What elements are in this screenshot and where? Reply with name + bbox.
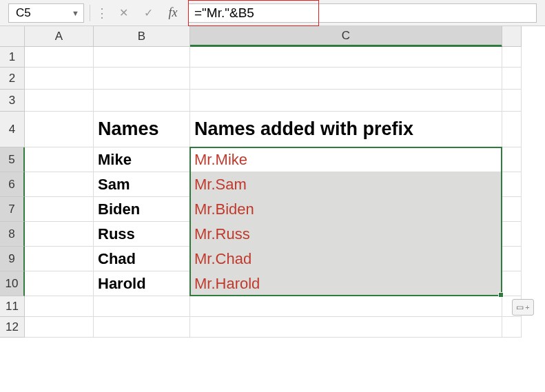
cell-edge9 [502, 247, 522, 271]
cell-edge3 [502, 90, 522, 112]
close-icon: ✕ [119, 6, 128, 19]
grid: A B C 1 2 3 4 Names Names added with pre… [0, 26, 522, 338]
row-header-10[interactable]: 10 [0, 271, 25, 296]
autofill-options-button[interactable]: ▭+ [512, 299, 534, 316]
formula-text: ="Mr."&B5 [194, 6, 254, 21]
cell-A6[interactable] [25, 172, 94, 197]
cell-C4[interactable]: Names added with prefix [190, 112, 502, 147]
cell-C6[interactable]: Mr.Sam [190, 172, 502, 197]
cell-edge10 [502, 271, 522, 296]
cell-C11[interactable] [190, 296, 502, 317]
cell-edge6 [502, 172, 522, 197]
cell-edge8 [502, 222, 522, 247]
more-icon: ⋮ [96, 6, 108, 21]
plus-icon: + [525, 303, 529, 311]
row-header-1[interactable]: 1 [0, 47, 25, 68]
cell-C3[interactable] [190, 90, 502, 112]
col-header-A[interactable]: A [25, 26, 94, 47]
cell-A11[interactable] [25, 296, 94, 317]
cell-A7[interactable] [25, 197, 94, 222]
col-header-edge [502, 26, 522, 47]
cell-C7[interactable]: Mr.Biden [190, 197, 502, 222]
cell-B7[interactable]: Biden [94, 197, 190, 222]
cell-edge2 [502, 68, 522, 90]
row-header-7[interactable]: 7 [0, 197, 25, 222]
row-header-12[interactable]: 12 [0, 317, 25, 338]
row-header-8[interactable]: 8 [0, 222, 25, 247]
cell-B1[interactable] [94, 47, 190, 68]
select-all-corner[interactable] [0, 26, 25, 47]
row-header-9[interactable]: 9 [0, 247, 25, 271]
cancel-formula-button[interactable]: ✕ [114, 5, 133, 21]
cell-A4[interactable] [25, 112, 94, 147]
cell-A12[interactable] [25, 317, 94, 338]
cell-B10[interactable]: Harold [94, 271, 190, 296]
formula-input[interactable]: ="Mr."&B5 [188, 3, 537, 23]
fx-icon: fx [169, 6, 178, 20]
cell-B2[interactable] [94, 68, 190, 90]
accept-formula-button[interactable]: ✓ [138, 5, 158, 21]
separator [90, 5, 90, 21]
cell-A3[interactable] [25, 90, 94, 112]
cell-edge5 [502, 147, 522, 172]
insert-function-button[interactable]: fx [163, 5, 183, 21]
cell-A1[interactable] [25, 47, 94, 68]
cell-B8[interactable]: Russ [94, 222, 190, 247]
cell-C8[interactable]: Mr.Russ [190, 222, 502, 247]
formula-bar: C5 ▼ ⋮ ✕ ✓ fx ="Mr."&B5 [0, 0, 545, 26]
name-box[interactable]: C5 ▼ [8, 3, 84, 23]
cell-B3[interactable] [94, 90, 190, 112]
cell-A5[interactable] [25, 147, 94, 172]
cell-C9[interactable]: Mr.Chad [190, 247, 502, 271]
cell-B4[interactable]: Names [94, 112, 190, 147]
row-header-3[interactable]: 3 [0, 90, 25, 112]
cell-B12[interactable] [94, 317, 190, 338]
cell-B11[interactable] [94, 296, 190, 317]
cell-B6[interactable]: Sam [94, 172, 190, 197]
row-header-2[interactable]: 2 [0, 68, 25, 90]
row-header-4[interactable]: 4 [0, 112, 25, 147]
autofill-icon: ▭ [516, 302, 524, 312]
row-header-11[interactable]: 11 [0, 296, 25, 317]
cell-edge1 [502, 47, 522, 68]
row-header-6[interactable]: 6 [0, 172, 25, 197]
row-header-5[interactable]: 5 [0, 147, 25, 172]
cell-A9[interactable] [25, 247, 94, 271]
check-icon: ✓ [144, 6, 153, 19]
cell-C12[interactable] [190, 317, 502, 338]
cell-C1[interactable] [190, 47, 502, 68]
cell-A10[interactable] [25, 271, 94, 296]
cell-C10[interactable]: Mr.Harold [190, 271, 502, 296]
chevron-down-icon[interactable]: ▼ [72, 9, 79, 17]
cell-edge4 [502, 112, 522, 147]
cell-C5[interactable]: Mr.Mike [190, 147, 502, 172]
cell-A8[interactable] [25, 222, 94, 247]
cell-C2[interactable] [190, 68, 502, 90]
name-box-value: C5 [16, 6, 31, 20]
cell-B9[interactable]: Chad [94, 247, 190, 271]
col-header-C[interactable]: C [190, 26, 502, 47]
cell-B5[interactable]: Mike [94, 147, 190, 172]
cell-A2[interactable] [25, 68, 94, 90]
worksheet: A B C 1 2 3 4 Names Names added with pre… [0, 26, 545, 338]
cell-edge12 [502, 317, 522, 338]
cell-edge7 [502, 197, 522, 222]
col-header-B[interactable]: B [94, 26, 190, 47]
